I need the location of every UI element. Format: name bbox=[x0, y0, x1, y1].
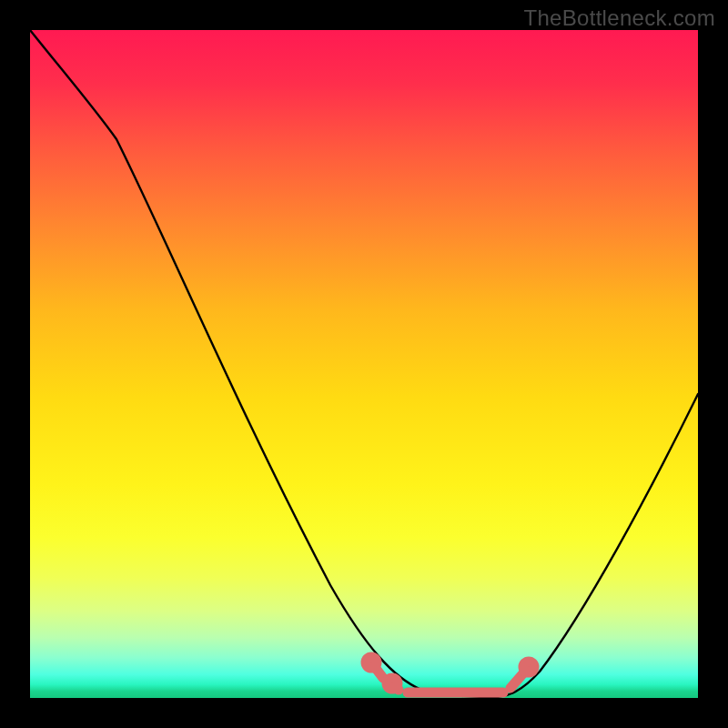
svg-point-5 bbox=[387, 678, 398, 689]
optimal-region-marker bbox=[366, 657, 534, 693]
bottleneck-curve bbox=[30, 30, 698, 697]
curve-layer bbox=[30, 30, 698, 698]
svg-point-6 bbox=[523, 662, 534, 672]
chart-frame: TheBottleneck.com bbox=[0, 0, 728, 728]
watermark-text: TheBottleneck.com bbox=[523, 5, 715, 31]
plot-area bbox=[30, 30, 698, 698]
svg-point-4 bbox=[366, 657, 377, 668]
